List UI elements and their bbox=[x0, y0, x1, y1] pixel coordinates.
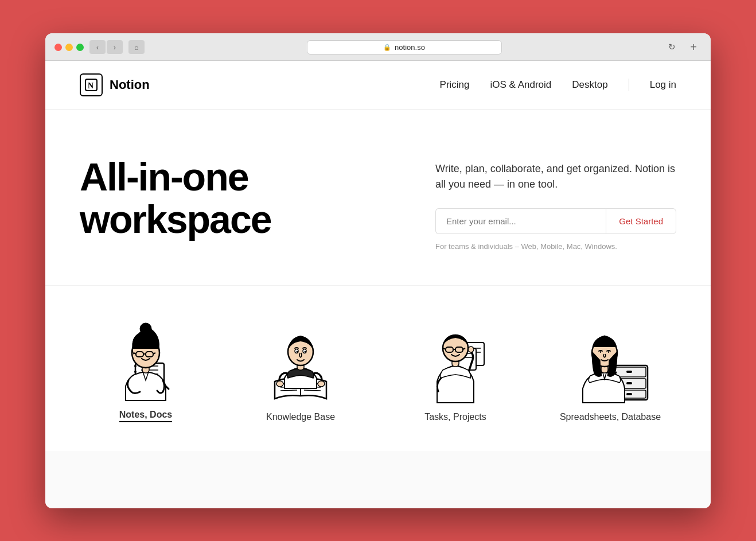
nav-pricing[interactable]: Pricing bbox=[440, 79, 470, 91]
feature-label-notes-docs: Notes, Docs bbox=[119, 410, 172, 422]
feature-knowledge-base[interactable]: Knowledge Base bbox=[223, 311, 378, 422]
browser-window: ‹ › ⌂ 🔒 notion.so ↻ + N bbox=[45, 33, 711, 508]
svg-rect-57 bbox=[626, 393, 632, 395]
spreadsheets-database-illustration bbox=[559, 311, 662, 403]
nav-divider bbox=[629, 79, 629, 91]
url-text: notion.so bbox=[395, 43, 425, 52]
brand-name: Notion bbox=[110, 77, 150, 92]
get-started-button[interactable]: Get Started bbox=[606, 208, 676, 234]
svg-point-8 bbox=[134, 371, 137, 373]
svg-rect-53 bbox=[626, 371, 632, 373]
svg-point-29 bbox=[318, 381, 325, 387]
minimize-button[interactable] bbox=[65, 44, 73, 51]
svg-point-7 bbox=[134, 365, 137, 367]
svg-text:N: N bbox=[88, 81, 93, 90]
back-button[interactable]: ‹ bbox=[89, 40, 106, 54]
address-bar[interactable]: 🔒 notion.so bbox=[307, 40, 502, 55]
tasks-projects-illustration bbox=[404, 311, 507, 403]
features-section: Notes, Docs bbox=[45, 285, 711, 451]
nav-desktop[interactable]: Desktop bbox=[572, 79, 607, 91]
hero-right: Write, plan, collaborate, and get organi… bbox=[435, 155, 676, 251]
svg-point-35 bbox=[305, 351, 306, 352]
email-form: Get Started bbox=[435, 208, 676, 234]
hero-subtitle: Write, plan, collaborate, and get organi… bbox=[435, 161, 676, 192]
lock-icon: 🔒 bbox=[383, 44, 391, 51]
website-content: N Notion Pricing iOS & Android Desktop L… bbox=[45, 61, 711, 508]
feature-label-knowledge-base: Knowledge Base bbox=[266, 412, 335, 422]
hero-section: All-in-one workspace Write, plan, collab… bbox=[45, 110, 711, 285]
svg-line-27 bbox=[304, 390, 321, 391]
feature-tasks-projects[interactable]: Tasks, Projects bbox=[378, 311, 533, 422]
reload-button[interactable]: ↻ bbox=[664, 40, 680, 54]
notion-logo-icon: N bbox=[80, 73, 103, 96]
hero-title-line2: workspace bbox=[80, 197, 271, 241]
knowledge-base-illustration bbox=[249, 311, 352, 403]
svg-line-24 bbox=[280, 390, 297, 391]
feature-label-tasks-projects: Tasks, Projects bbox=[424, 412, 486, 422]
maximize-button[interactable] bbox=[76, 44, 84, 51]
hero-title-line1: All-in-one bbox=[80, 155, 248, 199]
site-nav: N Notion Pricing iOS & Android Desktop L… bbox=[45, 61, 711, 110]
nav-ios-android[interactable]: iOS & Android bbox=[490, 79, 552, 91]
forward-button[interactable]: › bbox=[107, 40, 123, 54]
new-tab-button[interactable]: + bbox=[685, 40, 702, 54]
svg-point-34 bbox=[297, 351, 298, 352]
email-input[interactable] bbox=[435, 208, 606, 234]
feature-spreadsheets-database[interactable]: Spreadsheets, Database bbox=[533, 311, 688, 422]
svg-point-43 bbox=[468, 347, 474, 352]
notes-docs-illustration bbox=[94, 309, 197, 400]
traffic-lights bbox=[54, 44, 84, 51]
close-button[interactable] bbox=[54, 44, 62, 51]
logo[interactable]: N Notion bbox=[80, 73, 150, 96]
svg-point-28 bbox=[276, 381, 283, 387]
svg-point-15 bbox=[140, 323, 151, 334]
hero-left: All-in-one workspace bbox=[80, 155, 389, 242]
hero-title: All-in-one workspace bbox=[80, 155, 389, 242]
nav-links: Pricing iOS & Android Desktop Log in bbox=[440, 79, 676, 91]
nav-login[interactable]: Log in bbox=[650, 79, 676, 91]
feature-notes-docs[interactable]: Notes, Docs bbox=[68, 309, 223, 422]
feature-label-spreadsheets-database: Spreadsheets, Database bbox=[560, 412, 661, 422]
home-button[interactable]: ⌂ bbox=[128, 40, 145, 54]
hero-note: For teams & individuals – Web, Mobile, M… bbox=[435, 242, 676, 251]
browser-chrome: ‹ › ⌂ 🔒 notion.so ↻ + bbox=[45, 33, 711, 61]
svg-rect-55 bbox=[626, 382, 632, 384]
